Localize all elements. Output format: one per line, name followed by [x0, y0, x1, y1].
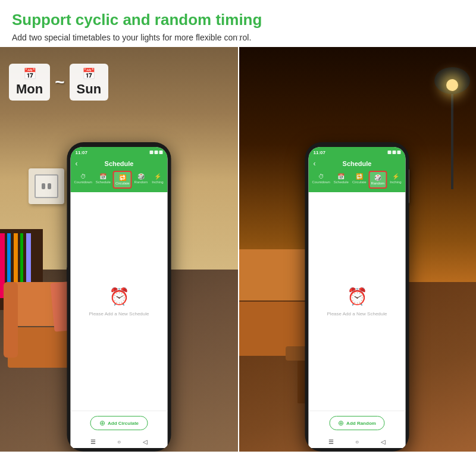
outlet-inner-left	[35, 174, 58, 198]
sun-label: Sun	[77, 82, 102, 97]
panels-container: 📅 Mon ~ 📅 Sun 11:07	[0, 47, 476, 452]
tab-countdown-label-right: Countdown	[312, 180, 330, 184]
tab-random-label-left: Random	[134, 180, 148, 184]
status-time-right: 11:07	[314, 150, 325, 155]
add-btn-label-right: Add Random	[346, 421, 376, 426]
status-icons-left	[150, 151, 163, 154]
wifi-icon	[155, 151, 158, 154]
mon-card: 📅 Mon	[9, 64, 50, 101]
nav-recent-left[interactable]: ◁	[140, 436, 151, 447]
add-btn-label-left: Add Circulate	[108, 421, 139, 426]
circulate-icon-left: 🔁	[119, 174, 126, 181]
nav-back-left[interactable]: ☰	[87, 436, 98, 447]
phone-content-right: ⏰ Please Add a New Schedule	[309, 192, 406, 411]
phone-left: 11:07 ‹ Schedule ⏱ Countdown	[67, 142, 171, 452]
signal-icon	[150, 151, 154, 154]
lamp-head	[434, 67, 470, 94]
calendar-icon-sun: 📅	[77, 67, 102, 80]
schedule-icon-right: 📅	[337, 173, 345, 180]
phone-content-left: ⏰ Please Add a New Schedule	[71, 192, 168, 411]
nav-home-left[interactable]: ○	[114, 436, 124, 447]
sofa-arm-left	[4, 282, 18, 358]
phone-screen-left: 11:07 ‹ Schedule ⏱ Countdown	[71, 147, 168, 448]
phone-title-left: Schedule	[105, 160, 134, 167]
tab-circulate-left[interactable]: 🔁 Circulate	[113, 171, 132, 189]
tab-schedule-label-left: Schedule	[96, 180, 111, 184]
mon-label: Mon	[16, 82, 43, 97]
outlet-holes-left	[42, 183, 51, 189]
tab-random-right[interactable]: 🎲 Random	[369, 171, 387, 189]
phone-tabs-left[interactable]: ⏱ Countdown 📅 Schedule 🔁 Circulate 🎲 Ran…	[71, 171, 168, 192]
mon-sun-overlay: 📅 Mon ~ 📅 Sun	[9, 64, 108, 101]
schedule-icon-left: 📅	[99, 173, 107, 180]
tab-circulate-right[interactable]: 🔁 Circulate	[351, 171, 368, 189]
tab-inching-right[interactable]: ⚡ Inching	[388, 171, 403, 189]
tab-inching-label-right: Inching	[390, 180, 401, 184]
phone-screen-right: 11:07 ‹ Schedule ⏱ Countdown	[309, 147, 406, 448]
add-btn-area-right[interactable]: ⊕ Add Random	[309, 411, 406, 435]
sun-card: 📅 Sun	[70, 64, 109, 101]
phone-header-right: ‹ Schedule	[309, 158, 406, 171]
phone-header-left: ‹ Schedule	[71, 158, 168, 171]
empty-text-right: Please Add a New Schedule	[327, 311, 387, 317]
tab-inching-label-left: Inching	[152, 180, 163, 184]
empty-icon-right: ⏰	[347, 287, 368, 306]
tab-countdown-label-left: Countdown	[74, 180, 92, 184]
back-button-left[interactable]: ‹	[76, 159, 78, 168]
right-panel: 11:07 ‹ Schedule ⏱ Countdown	[238, 47, 476, 452]
lamp-stem	[451, 94, 453, 189]
nav-back-right[interactable]: ☰	[325, 436, 336, 447]
phone-nav-right: ☰ ○ ◁	[309, 435, 406, 448]
tab-inching-left[interactable]: ⚡ Inching	[150, 171, 165, 189]
add-random-button[interactable]: ⊕ Add Random	[329, 416, 385, 430]
circulate-icon-right: 🔁	[356, 173, 363, 180]
status-bar-right: 11:07	[309, 147, 406, 158]
outlet-left	[29, 168, 64, 204]
random-icon-left: 🎲	[137, 173, 145, 180]
plus-icon-left: ⊕	[99, 419, 105, 427]
calendar-icon-mon: 📅	[16, 67, 43, 80]
tab-schedule-label-right: Schedule	[334, 180, 349, 184]
plus-icon-right: ⊕	[338, 419, 344, 427]
battery-icon-r	[397, 151, 401, 154]
outlet-hole	[42, 183, 45, 189]
empty-icon-left: ⏰	[109, 287, 130, 306]
add-circulate-button[interactable]: ⊕ Add Circulate	[90, 416, 148, 430]
nav-home-right[interactable]: ○	[352, 436, 362, 447]
floor-lamp	[440, 67, 464, 186]
tab-schedule-left[interactable]: 📅 Schedule	[95, 171, 112, 189]
tab-circulate-label-left: Circulate	[115, 181, 130, 185]
status-icons-right	[388, 151, 401, 154]
inching-icon-right: ⚡	[392, 173, 399, 180]
status-time-left: 11:07	[76, 150, 87, 155]
signal-icon-r	[388, 151, 392, 154]
tab-random-label-right: Random	[371, 181, 385, 185]
status-bar-left: 11:07	[71, 147, 168, 158]
nav-recent-right[interactable]: ◁	[378, 436, 389, 447]
left-panel: 📅 Mon ~ 📅 Sun 11:07	[0, 47, 238, 452]
tab-circulate-label-right: Circulate	[352, 180, 367, 184]
tab-schedule-right[interactable]: 📅 Schedule	[333, 171, 350, 189]
inching-icon-left: ⚡	[154, 173, 161, 180]
tab-random-left[interactable]: 🎲 Random	[133, 171, 149, 189]
outlet-hole	[48, 183, 51, 189]
wifi-icon-r	[393, 151, 396, 154]
countdown-icon-right: ⏱	[318, 173, 324, 180]
tab-countdown-right[interactable]: ⏱ Countdown	[311, 171, 331, 189]
panel-divider	[238, 0, 239, 476]
tilde-symbol: ~	[55, 73, 64, 92]
phone-tabs-right[interactable]: ⏱ Countdown 📅 Schedule 🔁 Circulate 🎲 Ran…	[309, 171, 406, 192]
phone-title-right: Schedule	[343, 160, 372, 167]
add-btn-area-left[interactable]: ⊕ Add Circulate	[71, 411, 168, 435]
battery-icon	[159, 151, 163, 154]
tab-countdown-left[interactable]: ⏱ Countdown	[73, 171, 93, 189]
random-icon-right: 🎲	[374, 174, 381, 181]
empty-text-left: Please Add a New Schedule	[89, 311, 149, 317]
countdown-icon-left: ⏱	[80, 173, 86, 180]
phone-nav-left: ☰ ○ ◁	[71, 435, 168, 448]
back-button-right[interactable]: ‹	[314, 159, 316, 168]
phone-right: 11:07 ‹ Schedule ⏱ Countdown	[305, 142, 409, 452]
